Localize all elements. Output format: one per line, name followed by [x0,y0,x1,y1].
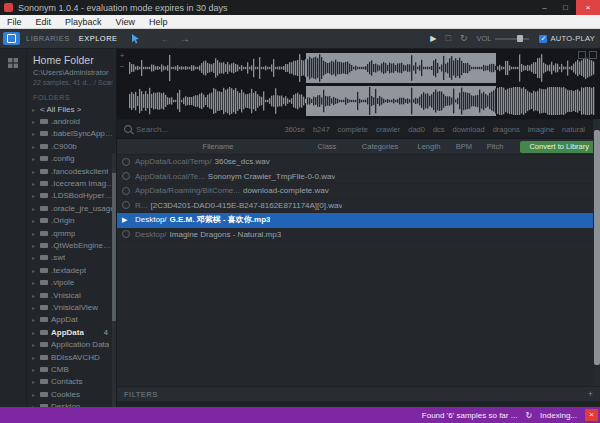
expand-icon[interactable]: ▸ [32,143,40,150]
sample-row[interactable]: R...[2C3D4201-DAD0-415E-B247-8162E871174… [117,199,600,214]
autoplay-checkbox[interactable]: ✓ [539,35,547,43]
maximize-button[interactable]: □ [555,0,576,15]
folder-item[interactable]: ▸Cookies [27,388,116,400]
folder-item[interactable]: ▸Application Data [27,338,116,350]
folder-item[interactable]: ▸.Vnisical [27,289,116,301]
loop-button[interactable]: ↻ [460,34,468,43]
expand-icon[interactable]: ▸ [32,217,40,224]
sample-row[interactable]: ▶Desktop/G.E.M. 邓紫棋 - 喜欢你.mp3 [117,213,600,228]
waveform-channel-2[interactable] [127,86,597,116]
expand-icon[interactable]: ▸ [32,180,40,187]
sample-row[interactable]: AppData/Local/Temp/360se_dcs.wav [117,155,600,170]
app-logo[interactable] [3,32,20,45]
play-circle-icon[interactable] [122,201,130,209]
column-header-class[interactable]: Class [303,142,351,151]
folder-item[interactable]: ▸.fancodeskclient [27,165,116,177]
folder-item[interactable]: ▸.VnisicalView [27,301,116,313]
search-tag[interactable]: dragons [493,125,520,134]
sidebar-scroll-thumb[interactable] [112,173,116,320]
play-circle-icon[interactable] [122,158,130,166]
close-button[interactable]: × [576,0,600,15]
folder-item[interactable]: ▸AppDat [27,314,116,326]
play-button[interactable]: ▶ [430,34,436,43]
sample-row[interactable]: AppData/Roaming/BitCome...download-compl… [117,184,600,199]
search-tag[interactable]: natural [562,125,585,134]
search-tag[interactable]: imagine [528,125,554,134]
column-header-length[interactable]: Length [409,142,449,151]
tab-libraries[interactable]: LIBRARIES [26,34,70,43]
folder-item[interactable]: ▸.Origin [27,215,116,227]
menu-file[interactable]: File [0,17,29,27]
zoom-out-button[interactable]: − [118,63,126,71]
expand-icon[interactable]: ▸ [32,366,40,373]
search-tag[interactable]: crawler [376,125,400,134]
volume-handle[interactable] [517,35,523,42]
folder-item[interactable]: ▸.LDSBodHypervisor... [27,190,116,202]
expand-icon[interactable]: ▸ [32,192,40,199]
grid-view-icon[interactable] [8,54,18,72]
folder-item[interactable]: ▸.qmmp [27,227,116,239]
folder-item[interactable]: ▸.swt [27,252,116,264]
expand-icon[interactable]: ▸ [32,329,40,336]
folder-item[interactable]: ▸.Icecream Image Re... [27,177,116,189]
indexing-close-button[interactable]: × [585,409,598,421]
search-tag[interactable]: 360se [284,125,304,134]
folder-item[interactable]: ▸.android [27,115,116,127]
expand-icon[interactable]: ▸ [32,292,40,299]
play-circle-icon[interactable] [122,172,130,180]
column-header-filename[interactable]: Filename [133,142,303,151]
play-circle-icon[interactable] [122,187,130,195]
folder-item[interactable]: ▸Desktop [27,400,116,407]
folder-item[interactable]: ▸.textadept [27,264,116,276]
main-scroll-thumb[interactable] [594,130,600,365]
expand-icon[interactable]: ▸ [32,403,40,407]
add-filter-button[interactable]: + [588,390,593,399]
main-scrollbar[interactable] [593,119,600,386]
back-button[interactable]: ← [161,34,171,44]
expand-icon[interactable]: ▸ [32,341,40,348]
expand-icon[interactable]: ▸ [32,230,40,237]
expand-waveform-icon[interactable] [578,51,586,59]
folder-item[interactable]: ▸AppData4 [27,326,116,338]
search-input[interactable] [136,125,266,134]
expand-icon[interactable]: ▸ [32,378,40,385]
expand-icon[interactable]: ▸ [32,267,40,274]
folder-item[interactable]: ▸CMB [27,363,116,375]
expand-icon[interactable]: ▸ [32,279,40,286]
expand-icon[interactable]: ▸ [32,304,40,311]
forward-button[interactable]: → [180,34,190,44]
menu-playback[interactable]: Playback [58,17,109,27]
folder-item[interactable]: ▸.vipole [27,276,116,288]
expand-icon[interactable]: ▸ [32,205,40,212]
sidebar-scrollbar[interactable] [112,153,116,407]
column-header-pitch[interactable]: Pitch [479,142,511,151]
folder-item[interactable]: ▸.config [27,153,116,165]
expand-icon[interactable]: ▸ [32,391,40,398]
folder-item[interactable]: ▸.C900b [27,140,116,152]
volume-slider[interactable] [495,38,529,40]
convert-to-library-button[interactable]: Convert to Library [520,141,598,153]
expand-icon[interactable]: ▸ [32,354,40,361]
folder-item[interactable]: ▸< All Files > [27,103,116,115]
waveform-settings-icon[interactable] [589,51,597,59]
play-circle-icon[interactable] [122,230,130,238]
sample-row[interactable]: Desktop/Imagine Dragons - Natural.mp3 [117,228,600,243]
tab-explore[interactable]: EXPLORE [79,34,118,43]
expand-icon[interactable]: ▸ [32,316,40,323]
minimize-button[interactable]: – [534,0,555,15]
search-tag[interactable]: complete [338,125,368,134]
expand-icon[interactable]: ▸ [32,118,40,125]
stop-button[interactable]: □ [445,34,450,43]
playing-icon[interactable]: ▶ [122,216,130,224]
search-tag[interactable]: download [453,125,485,134]
expand-icon[interactable]: ▸ [32,130,40,137]
expand-icon[interactable]: ▸ [32,254,40,261]
folder-item[interactable]: ▸.QtWebEngineProc... [27,239,116,251]
search-tag[interactable]: b247 [313,125,330,134]
column-header-categories[interactable]: Categories [351,142,409,151]
expand-icon[interactable]: ▸ [32,106,40,113]
expand-icon[interactable]: ▸ [32,155,40,162]
zoom-in-button[interactable]: + [118,52,126,60]
menu-help[interactable]: Help [142,17,175,27]
column-header-bpm[interactable]: BPM [449,142,479,151]
